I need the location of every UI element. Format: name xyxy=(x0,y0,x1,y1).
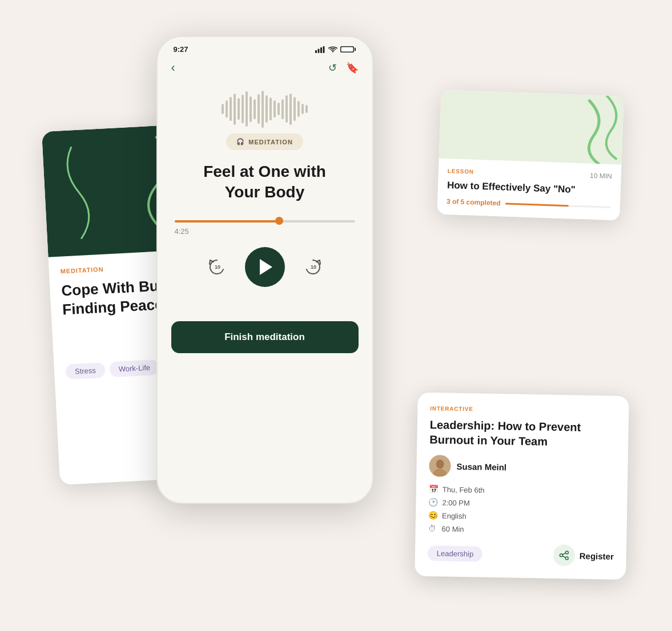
tag-stress[interactable]: Stress xyxy=(65,362,105,380)
share-button[interactable] xyxy=(553,544,575,567)
wave-bar xyxy=(273,100,276,118)
status-icons xyxy=(315,46,356,53)
wave-bar xyxy=(226,100,228,118)
wave-bar xyxy=(285,95,288,123)
author-photo xyxy=(429,455,451,477)
wave-bar xyxy=(301,104,304,114)
duration-icon: ⏱ xyxy=(428,524,437,533)
svg-rect-3 xyxy=(323,46,324,53)
register-row: Register xyxy=(553,544,614,567)
lesson-tag: LESSON xyxy=(447,167,473,175)
battery-icon xyxy=(340,46,356,53)
svg-line-16 xyxy=(562,556,565,557)
svg-point-13 xyxy=(560,554,562,557)
lesson-progress-fill xyxy=(505,203,568,207)
svg-line-15 xyxy=(562,553,565,555)
progress-thumb xyxy=(275,217,283,225)
wave-bar xyxy=(230,97,232,121)
meditation-badge: 🎧 MEDITATION xyxy=(226,134,303,150)
wave-bar xyxy=(261,91,264,128)
share-icon xyxy=(558,550,569,560)
status-bar: 9:27 xyxy=(158,37,372,54)
wave-bar xyxy=(281,99,284,119)
interactive-card: INTERACTIVE Leadership: How to Prevent B… xyxy=(415,393,629,580)
lesson-title: How to Effectively Say "No" xyxy=(446,179,611,197)
interactive-title: Leadership: How to Prevent Burnout in Yo… xyxy=(429,417,616,450)
progress-bar[interactable] xyxy=(175,220,355,223)
wave-bar xyxy=(257,94,260,124)
tag-worklife[interactable]: Work-Life xyxy=(109,359,160,378)
history-icon[interactable]: ↺ xyxy=(328,62,337,74)
language-text: English xyxy=(441,511,466,520)
phone-nav: ‹ ↺ 🔖 xyxy=(158,54,372,82)
svg-rect-2 xyxy=(320,47,322,53)
author-name: Susan Meinl xyxy=(456,461,506,472)
wave-bar xyxy=(289,94,292,125)
progress-section[interactable]: 4:25 xyxy=(158,220,372,236)
rewind-button[interactable]: 10 xyxy=(206,256,228,278)
wave-bar xyxy=(277,103,280,115)
wave-bar xyxy=(246,91,248,127)
wave-bar xyxy=(297,101,300,117)
date-text: Thu, Feb 6th xyxy=(442,485,484,494)
detail-time: 🕑 2:00 PM xyxy=(428,497,614,510)
waveform xyxy=(158,82,372,134)
headphone-icon: 🎧 xyxy=(236,138,245,145)
lesson-card: LESSON 10 MIN How to Effectively Say "No… xyxy=(437,90,623,220)
meditation-badge-label: MEDITATION xyxy=(248,139,293,145)
lesson-progress-text: 3 of 5 completed xyxy=(446,197,500,207)
phone-title: Feel at One with Your Body xyxy=(158,161,372,203)
wave-bar xyxy=(242,95,244,123)
footer-tags: Leadership xyxy=(427,545,482,562)
play-button[interactable] xyxy=(245,247,285,287)
time-text: 2:00 PM xyxy=(442,498,470,507)
wifi-icon xyxy=(328,46,337,53)
forward-button[interactable]: 10 xyxy=(302,256,324,278)
progress-fill xyxy=(175,220,279,223)
rewind-icon: 10 xyxy=(207,257,227,277)
wave-bar xyxy=(269,98,272,120)
wave-bar xyxy=(234,94,236,125)
author-avatar xyxy=(429,455,451,477)
signal-icon xyxy=(315,46,325,53)
time-display: 9:27 xyxy=(174,45,188,54)
leadership-tag[interactable]: Leadership xyxy=(427,545,482,562)
wave-bar xyxy=(222,104,224,114)
lesson-header: LESSON 10 MIN xyxy=(447,167,611,180)
svg-rect-6 xyxy=(341,47,353,52)
wave-bar xyxy=(253,99,256,119)
lesson-duration: 10 MIN xyxy=(589,172,611,180)
language-icon: 😊 xyxy=(428,511,437,520)
wave-bar xyxy=(250,96,252,122)
phone-screen: 9:27 xyxy=(156,36,373,504)
card-footer: Leadership Register xyxy=(427,542,614,567)
wave-bar xyxy=(293,97,296,121)
register-button[interactable]: Register xyxy=(579,551,613,561)
svg-text:10: 10 xyxy=(215,264,220,270)
interactive-tag: INTERACTIVE xyxy=(430,405,616,415)
lesson-card-content: LESSON 10 MIN How to Effectively Say "No… xyxy=(437,158,621,220)
nav-icons: ↺ 🔖 xyxy=(328,62,359,74)
svg-rect-1 xyxy=(317,48,319,53)
finish-meditation-button[interactable]: Finish meditation xyxy=(171,321,359,353)
play-icon xyxy=(260,259,272,275)
clock-icon: 🕑 xyxy=(428,497,437,507)
back-button[interactable]: ‹ xyxy=(171,60,175,75)
svg-rect-5 xyxy=(355,48,356,51)
lesson-image-decoration xyxy=(438,90,623,164)
wave-bar xyxy=(305,105,308,113)
bookmark-icon[interactable]: 🔖 xyxy=(346,62,359,74)
svg-rect-0 xyxy=(315,50,317,53)
player-controls: 10 10 xyxy=(158,247,372,287)
author-row: Susan Meinl xyxy=(429,455,615,480)
detail-duration: ⏱ 60 Min xyxy=(428,524,614,536)
forward-icon: 10 xyxy=(303,257,323,277)
lesson-card-image xyxy=(438,90,623,164)
duration-text: 60 Min xyxy=(441,524,464,533)
wave-bar xyxy=(238,98,240,120)
calendar-icon: 📅 xyxy=(428,484,437,494)
lesson-progress-bar xyxy=(505,203,610,208)
progress-time: 4:25 xyxy=(175,227,355,236)
lesson-progress-row: 3 of 5 completed xyxy=(446,197,610,211)
detail-date: 📅 Thu, Feb 6th xyxy=(428,484,614,497)
